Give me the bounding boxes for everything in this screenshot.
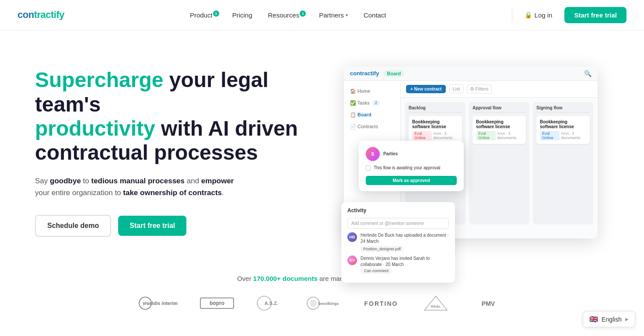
partner-logos-row: vivaldis interim bopro A.S.Z. bevolkings [35, 294, 609, 312]
signing-column: Signing flow Bookkeeping software licens… [533, 102, 593, 224]
mark-approved-button[interactable]: Mark as approved [366, 176, 457, 185]
svg-text:RAAL: RAAL [431, 304, 441, 308]
svg-text:vivaldis interim: vivaldis interim [143, 301, 178, 306]
filters-button[interactable]: ⚙ Filters [467, 84, 492, 94]
nav-resources[interactable]: Resources 1 ▾ [261, 8, 311, 22]
approval-header: Approval flow [472, 105, 526, 112]
hero-title-productivity: productivity [35, 117, 155, 140]
language-chevron-icon: ▶ [625, 317, 629, 322]
sidebar-tasks[interactable]: ✅ Tasks 2 [344, 97, 400, 109]
language-flag: 🇬🇧 [589, 315, 598, 323]
signing-card-1[interactable]: Bookkeeping software license Eval Online… [536, 116, 590, 144]
nav-contact[interactable]: Contact [357, 8, 393, 22]
hero-right: contractify Board 🔍 🏠 Home ✅ Tasks 2 📋 B… [332, 66, 609, 238]
hero-left: Supercharge your legal team's productivi… [35, 68, 306, 236]
mockup-logo: contractify [350, 70, 379, 77]
mockup-board-badge: Board [383, 70, 404, 77]
activity-avatar-2: DV [347, 256, 357, 265]
signing-header: Signing flow [536, 105, 590, 112]
partners-chevron-icon: ▾ [346, 13, 348, 18]
hero-start-trial-button[interactable]: Start free trial [118, 216, 186, 236]
login-button[interactable]: 🔒 Log in [518, 8, 560, 22]
activity-avatar-1: HB [347, 232, 357, 242]
approval-checkbox[interactable] [366, 165, 371, 171]
mockup-toolbar: + New contract List ⚙ Filters [401, 81, 598, 98]
main-nav: Product 1 ▾ Pricing Resources 1 ▾ Partne… [183, 8, 393, 22]
sidebar-home[interactable]: 🏠 Home [344, 85, 400, 97]
activity-item-2: DV Dennis Verjans has invited Sarah to c… [347, 256, 449, 274]
activity-popup: Activity Add comment or @mention someone… [341, 202, 455, 283]
approval-checkbox-row: This flow is awaiting your approval [366, 165, 457, 171]
social-proof-text: Over 170.000+ documents are managed in C… [35, 275, 609, 282]
header-right: 🔒 Log in Start free trial [512, 7, 626, 23]
language-switcher[interactable]: 🇬🇧 English ▶ [583, 311, 635, 325]
header-start-trial-button[interactable]: Start free trial [564, 7, 626, 23]
file-chip[interactable]: Position_designer.pdf [360, 246, 403, 252]
resources-badge: 1 [300, 10, 306, 17]
mockup-search-icon[interactable]: 🔍 [584, 70, 592, 77]
backlog-card-1[interactable]: Bookkeeping software license Eval Online… [409, 116, 462, 144]
header: contractify Product 1 ▾ Pricing Resource… [0, 0, 644, 30]
logo-bopro: bopro [200, 296, 234, 310]
social-proof-section: Over 170.000+ documents are managed in C… [0, 266, 644, 325]
new-contract-button[interactable]: + New contract [406, 85, 446, 93]
logo-text: contractify [18, 9, 64, 21]
logo-bvn: bevolkings [304, 294, 344, 312]
schedule-demo-button[interactable]: Schedule demo [35, 215, 111, 237]
logo-asz: A.S.Z. [252, 294, 287, 312]
logo[interactable]: contractify [18, 9, 64, 21]
logo-vivaldis: vivaldis interim [138, 296, 182, 310]
sidebar-contracts[interactable]: 📄 Contracts [344, 121, 400, 133]
language-label: English [602, 316, 622, 323]
activity-comment-input[interactable]: Add comment or @mention someone [347, 218, 449, 229]
approval-popup: S Parties This flow is awaiting your app… [359, 141, 464, 191]
sidebar-board[interactable]: 📋 Board [344, 109, 400, 121]
document-count: 170.000+ [253, 275, 281, 282]
logo-raal: RAAL [418, 294, 453, 312]
logo-pmv: PMV [471, 296, 506, 310]
approval-column: Approval flow Bookkeeping software licen… [469, 102, 529, 224]
svg-text:A.S.Z.: A.S.Z. [264, 301, 278, 306]
nav-partners[interactable]: Partners ▾ [312, 8, 355, 22]
list-view-button[interactable]: List [449, 84, 463, 93]
approval-card-1[interactable]: Bookkeeping software license Eval Online… [472, 116, 526, 144]
activity-title: Activity [347, 207, 449, 214]
hero-title: Supercharge your legal team's productivi… [35, 68, 306, 164]
svg-text:PMV: PMV [482, 300, 495, 307]
hero-section: Supercharge your legal team's productivi… [0, 30, 644, 266]
product-badge: 1 [213, 10, 219, 17]
lock-icon: 🔒 [525, 11, 532, 18]
svg-text:bevolkings: bevolkings [318, 301, 339, 306]
svg-text:FORTINO: FORTINO [364, 300, 398, 307]
nav-pricing[interactable]: Pricing [225, 8, 259, 22]
mockup-topbar: contractify Board 🔍 [344, 66, 598, 81]
hero-title-supercharge: Supercharge [35, 68, 163, 91]
svg-point-7 [310, 300, 317, 307]
approval-awaiting-text: This flow is awaiting your approval [374, 165, 440, 170]
logo-fortino: FORTINO [361, 296, 401, 310]
backlog-header: Backlog [409, 105, 462, 112]
header-divider [512, 8, 512, 22]
hero-buttons: Schedule demo Start free trial [35, 215, 306, 237]
can-comment-chip[interactable]: Can comment [360, 268, 392, 274]
approval-avatar: S [366, 147, 380, 161]
hero-subtitle: Say goodbye to tedious manual processes … [35, 175, 306, 199]
nav-product[interactable]: Product 1 ▾ [183, 8, 224, 22]
svg-text:bopro: bopro [210, 300, 224, 306]
activity-item-1: HB Herlinde De Buck has uploaded a docum… [347, 232, 449, 252]
